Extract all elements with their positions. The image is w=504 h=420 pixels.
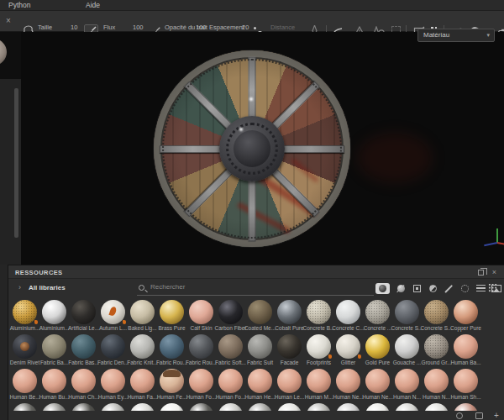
footer-circle-icon[interactable]: [456, 412, 463, 419]
material-thumbnail-partial[interactable]: [245, 403, 275, 411]
material-thumbnail[interactable]: Fabric Ba...: [39, 334, 69, 369]
close-toolbar-icon[interactable]: ×: [3, 16, 13, 26]
material-thumbnail-partial[interactable]: [10, 403, 39, 411]
filter-procedurals-icon[interactable]: [475, 284, 486, 294]
material-thumbnail[interactable]: Facade: [275, 334, 304, 369]
material-thumbnail[interactable]: Concrete C...: [333, 300, 363, 334]
material-label: Ground Gr...: [422, 360, 452, 365]
material-thumbnail[interactable]: Baked Lig...: [128, 300, 157, 334]
material-thumbnail-partial[interactable]: [363, 403, 392, 411]
material-thumbnail-partial[interactable]: [128, 403, 157, 411]
grid-view-icon[interactable]: [488, 283, 497, 292]
material-thumbnail[interactable]: Fabric Knit...: [128, 334, 157, 369]
left-panel-scrollbar[interactable]: [14, 88, 18, 238]
footer-image-icon[interactable]: [475, 412, 483, 419]
material-thumbnail-partial[interactable]: [98, 403, 128, 411]
material-thumbnail[interactable]: Ground Gr...: [422, 334, 451, 369]
material-thumbnail[interactable]: Gouache ...: [392, 334, 422, 369]
material-thumbnail-partial[interactable]: [422, 403, 451, 411]
material-thumbnail[interactable]: Human Ey...: [98, 369, 128, 403]
material-thumbnail[interactable]: Fabric Rou...: [186, 334, 216, 369]
material-label: Glitter: [341, 360, 355, 365]
material-thumbnail[interactable]: Autumn L...: [98, 300, 128, 334]
close-panel-icon[interactable]: ×: [490, 268, 499, 277]
material-thumbnail[interactable]: Copper Pure: [451, 300, 480, 334]
material-thumbnail-partial[interactable]: [157, 403, 186, 411]
material-thumbnail[interactable]: Human Fo...: [216, 369, 245, 403]
material-thumbnail-partial[interactable]: [69, 403, 98, 411]
material-thumbnail[interactable]: Fabric Bas...: [69, 334, 98, 369]
material-thumbnail[interactable]: Denim Rivet: [10, 334, 39, 369]
material-thumbnail[interactable]: Human Sh...: [451, 369, 480, 403]
material-thumbnail[interactable]: Human Be...: [10, 369, 39, 403]
material-thumbnail[interactable]: Artificial Le...: [69, 300, 98, 334]
material-thumbnail[interactable]: Human Ch...: [69, 369, 98, 403]
material-thumbnail[interactable]: Human N...: [422, 369, 451, 403]
material-thumbnail-partial[interactable]: [39, 403, 69, 411]
filter-brushes-icon[interactable]: [444, 284, 454, 294]
material-thumbnail[interactable]: Human Bu...: [39, 369, 69, 403]
material-thumbnail[interactable]: Human He...: [245, 369, 275, 403]
material-thumbnail[interactable]: Human Le...: [275, 369, 304, 403]
material-thumbnail-partial[interactable]: [186, 403, 216, 411]
library-selector[interactable]: All libraries: [29, 284, 66, 291]
material-thumbnail[interactable]: Human Fo...: [186, 369, 216, 403]
material-thumbnail[interactable]: Aluminium...: [10, 300, 39, 334]
undock-panel-icon[interactable]: [478, 270, 484, 276]
material-label: Human Fo...: [216, 394, 246, 400]
material-thumbnail[interactable]: Footprints: [304, 334, 333, 369]
filter-smart-masks-icon[interactable]: [412, 284, 422, 294]
material-label: Human Ba...: [450, 360, 480, 365]
material-thumbnail[interactable]: Concrete S...: [392, 300, 422, 334]
material-label: Human Ne...: [333, 394, 364, 400]
material-thumbnail[interactable]: Carbon Fiber: [216, 300, 245, 334]
material-thumbnail[interactable]: Human Fe...: [157, 369, 186, 403]
specular-glint: [249, 97, 253, 101]
shield-model[interactable]: [154, 50, 350, 247]
add-resource-icon[interactable]: +: [494, 411, 499, 420]
chevron-right-icon[interactable]: ›: [18, 283, 21, 291]
search-box[interactable]: [137, 281, 374, 296]
menu-aide[interactable]: Aide: [86, 1, 100, 9]
material-thumbnail[interactable]: Human M...: [304, 369, 333, 403]
material-thumbnail-partial[interactable]: [333, 403, 363, 411]
material-thumbnail-partial[interactable]: [216, 403, 245, 411]
filter-smart-materials-icon[interactable]: [396, 284, 406, 294]
resources-header[interactable]: RESSOURCES ×: [8, 265, 504, 279]
filter-materials-icon[interactable]: [375, 283, 390, 294]
material-thumbnail[interactable]: Aluminium...: [39, 300, 69, 334]
material-thumbnail-partial[interactable]: [451, 403, 480, 411]
material-mode-dropdown[interactable]: Matériau ▾: [417, 29, 495, 42]
material-thumbnail[interactable]: Fabric Suit: [245, 334, 275, 369]
viewport-3d[interactable]: [21, 32, 504, 265]
material-thumbnail[interactable]: Calf Skin: [186, 300, 216, 334]
menu-python[interactable]: Python: [8, 1, 30, 9]
material-thumbnail[interactable]: Coated Me...: [245, 300, 275, 334]
material-thumbnail[interactable]: Fabric Den...: [98, 334, 128, 369]
filter-particles-icon[interactable]: [459, 284, 470, 294]
material-label: Autumn L...: [99, 325, 127, 331]
material-thumbnail[interactable]: Glitter: [333, 334, 363, 369]
material-label: Aluminium...: [10, 325, 40, 331]
filter-filters-icon[interactable]: [428, 284, 438, 294]
material-thumbnail[interactable]: Fabric Soft...: [216, 334, 245, 369]
material-thumbnail[interactable]: Human N...: [392, 369, 422, 403]
material-thumbnail[interactable]: Brass Pure: [157, 300, 186, 334]
material-thumbnail[interactable]: Human Ne...: [333, 369, 363, 403]
material-thumbnail[interactable]: Human Fa...: [128, 369, 157, 403]
material-thumbnail[interactable]: Gold Pure: [363, 334, 392, 369]
material-thumbnail[interactable]: Concrete S...: [422, 300, 451, 334]
material-label: Human Sh...: [450, 394, 480, 400]
material-thumbnail[interactable]: Cobalt Pure: [275, 300, 304, 334]
material-thumbnail[interactable]: Fabric Rou...: [157, 334, 186, 369]
material-thumbnail-partial[interactable]: [304, 403, 333, 411]
material-thumbnail[interactable]: Human Ba...: [451, 334, 480, 369]
material-label: Human Le...: [275, 394, 304, 400]
material-thumbnail-partial[interactable]: [392, 403, 422, 411]
material-thumbnail-partial[interactable]: [275, 403, 304, 411]
material-thumbnail[interactable]: Human Ne...: [363, 369, 392, 403]
material-thumbnail[interactable]: Concrete B...: [304, 300, 333, 334]
material-thumbnail[interactable]: Concrete ...: [363, 300, 392, 334]
search-input[interactable]: [150, 283, 318, 291]
material-label: Artificial Le...: [68, 325, 99, 331]
